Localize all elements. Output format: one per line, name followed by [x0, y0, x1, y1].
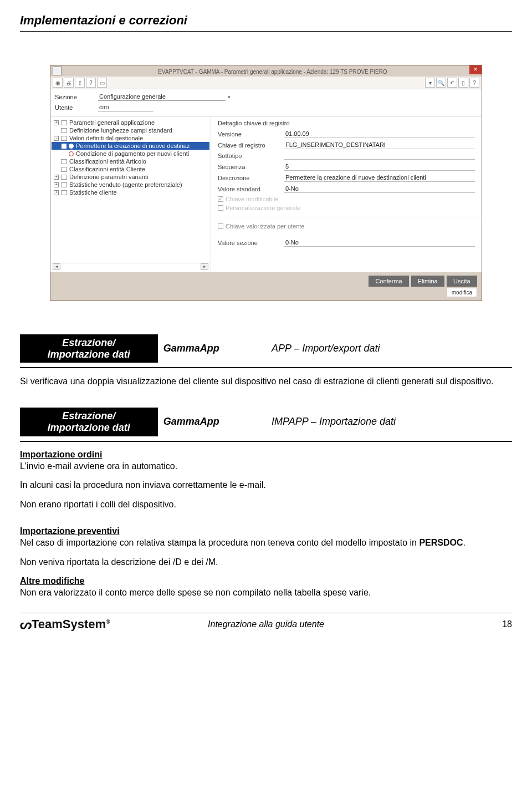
modifica-button[interactable]: modifica	[447, 288, 477, 297]
folder-icon	[61, 175, 67, 180]
section1-body: Si verificava una doppia visualizzazione…	[20, 376, 512, 388]
folder-icon[interactable]: ▭	[97, 78, 107, 88]
sub1-p2: In alcuni casi la procedura non inviava …	[20, 480, 512, 491]
toolbar: ◉ 🖨 ⇪ ? ▭ ▾ 🔍 ↶ ▯ ?	[50, 77, 482, 89]
app-icon	[53, 67, 62, 75]
doc-icon[interactable]: ▯	[458, 78, 468, 88]
section1-col2: GammaApp	[158, 334, 266, 363]
sottotipo-value	[284, 152, 475, 160]
sottotipo-label: Sottotipo	[218, 152, 284, 159]
scroll-right-icon[interactable]: ▸	[201, 263, 208, 270]
spacer-icon	[54, 128, 59, 133]
valore-sez-value[interactable]: 0-No	[284, 238, 475, 247]
sequenza-value: 5	[284, 162, 475, 171]
tree-item[interactable]: Definizione lunghezze campi standard	[52, 126, 209, 134]
checkbox-icon	[218, 205, 223, 211]
help-icon[interactable]: ?	[86, 78, 96, 88]
utente-label: Utente	[55, 104, 98, 111]
tree-item-label: Classificazioni entità Articolo	[69, 158, 146, 165]
sub3-p1: Non era valorizzato il conto merce delle…	[20, 587, 512, 599]
section-heading-1: Estrazione/ Importazione dati GammaApp A…	[20, 334, 512, 363]
elimina-button[interactable]: Elimina	[411, 276, 444, 287]
tree-item[interactable]: +Parametri generali applicazione	[52, 119, 209, 126]
expand-icon[interactable]: +	[54, 175, 59, 180]
chk-valorizzata[interactable]: Chiave valorizzata per utente	[218, 223, 475, 230]
valore-std-value: 0-No	[284, 185, 475, 193]
section2-col2: GammaApp	[158, 408, 266, 436]
sezione-field[interactable]: Configurazione generale	[98, 93, 226, 101]
export-icon[interactable]: ⇪	[75, 78, 85, 88]
divider	[20, 367, 512, 368]
folder-icon	[61, 136, 67, 141]
footer-page-number: 18	[502, 619, 512, 629]
tree-item[interactable]: Classificazioni entità Cliente	[52, 165, 209, 173]
section1-col1: Estrazione/ Importazione dati	[20, 334, 158, 363]
sub1-head: Importazione ordini	[20, 450, 512, 460]
tree-item[interactable]: +Statistiche venduto (agente preferenzia…	[52, 181, 209, 189]
tree-item-label: Condizione di pagamento per nuovi client…	[76, 150, 189, 157]
folder-icon	[61, 182, 67, 187]
expand-icon[interactable]: +	[54, 120, 59, 125]
sequenza-label: Sequenza	[218, 164, 284, 170]
chiave-value: FLG_INSERIMENTO_DESTINATARI	[284, 141, 475, 149]
tree-item-label: Valori definiti dal gestionale	[69, 135, 143, 141]
descrizione-label: Descrizione	[218, 175, 284, 181]
tree-item[interactable]: -Valori definiti dal gestionale	[52, 134, 209, 142]
chiave-label: Chiave di registro	[218, 142, 284, 149]
camera-icon[interactable]: ◉	[53, 78, 63, 88]
tree-item[interactable]: +Definizione parametri varianti	[52, 173, 209, 181]
undo-icon[interactable]: ↶	[447, 78, 457, 88]
spacer-icon	[54, 159, 59, 164]
tree-item-label: Definizione parametri varianti	[69, 174, 148, 180]
print-icon[interactable]: 🖨	[64, 78, 74, 88]
spacer-icon	[62, 151, 66, 156]
divider	[20, 441, 512, 442]
spacer-icon	[54, 167, 59, 172]
form-header: Sezione Configurazione generale ▾ Utente…	[50, 89, 482, 116]
detail-heading: Dettaglio chiave di registro	[218, 120, 475, 126]
tree-item[interactable]: +Statistiche cliente	[52, 189, 209, 196]
sub1-p3: Non erano riportati i colli del disposit…	[20, 499, 512, 511]
folder-icon	[61, 167, 67, 172]
collapse-icon[interactable]: -	[54, 136, 59, 141]
expand-icon[interactable]: +	[54, 182, 59, 187]
sezione-label: Sezione	[55, 94, 98, 100]
versione-value: 01.00.09	[284, 130, 475, 138]
conferma-button[interactable]: Conferma	[369, 276, 408, 287]
versione-label: Versione	[218, 131, 284, 138]
valore-sez-label: Valore sezione	[218, 240, 284, 246]
close-icon[interactable]	[469, 65, 482, 74]
section2-col1: Estrazione/ Importazione dati	[20, 408, 158, 436]
folder-icon	[61, 128, 67, 133]
search-icon[interactable]: 🔍	[436, 78, 446, 88]
scroll-left-icon[interactable]: ◂	[53, 263, 60, 270]
app-window: EVAPPTVCAT - GAMMA - Parametri generali …	[50, 65, 482, 301]
radio-icon	[69, 151, 74, 156]
checkbox-icon[interactable]	[218, 223, 223, 229]
sub2-p2: Non veniva riportata la descrizione dei …	[20, 557, 512, 568]
dropdown-icon[interactable]: ▾	[425, 78, 435, 88]
tree-item[interactable]: Permettere la creazione di nuove destina…	[52, 142, 209, 150]
expand-icon[interactable]: +	[54, 190, 59, 195]
descrizione-value: Permettere la creazione di nuove destina…	[284, 174, 475, 182]
tree-item-label: Classificazioni entità Cliente	[69, 166, 145, 172]
detail-pane: Dettaglio chiave di registro Versione01.…	[211, 116, 482, 272]
uscita-button[interactable]: Uscita	[447, 276, 477, 287]
help2-icon[interactable]: ?	[469, 78, 479, 88]
sub1-p1: L'invio e-mail avviene ora in automatico…	[20, 461, 512, 472]
section-heading-2: Estrazione/ Importazione dati GammaApp I…	[20, 408, 512, 436]
chevron-down-icon[interactable]: ▾	[228, 94, 231, 100]
tree-item-label: Statistiche cliente	[69, 189, 117, 196]
tree-item[interactable]: Condizione di pagamento per nuovi client…	[52, 150, 209, 157]
utente-field[interactable]: ciro	[98, 103, 154, 111]
window-titlebar: EVAPPTVCAT - GAMMA - Parametri generali …	[50, 65, 482, 77]
tree-scrollbar[interactable]: ◂ ▸	[52, 263, 209, 270]
folder-icon	[61, 190, 67, 195]
tree-item[interactable]: Classificazioni entità Articolo	[52, 157, 209, 165]
section1-col3: APP – Import/export dati	[266, 334, 512, 363]
tree-item-label: Parametri generali applicazione	[69, 119, 155, 126]
tree-view: +Parametri generali applicazioneDefinizi…	[50, 116, 211, 272]
tree-item-label: Definizione lunghezze campi standard	[69, 127, 172, 134]
chk-personalizzazione: Personalizzazione generale	[218, 205, 475, 211]
folder-icon	[61, 159, 67, 164]
